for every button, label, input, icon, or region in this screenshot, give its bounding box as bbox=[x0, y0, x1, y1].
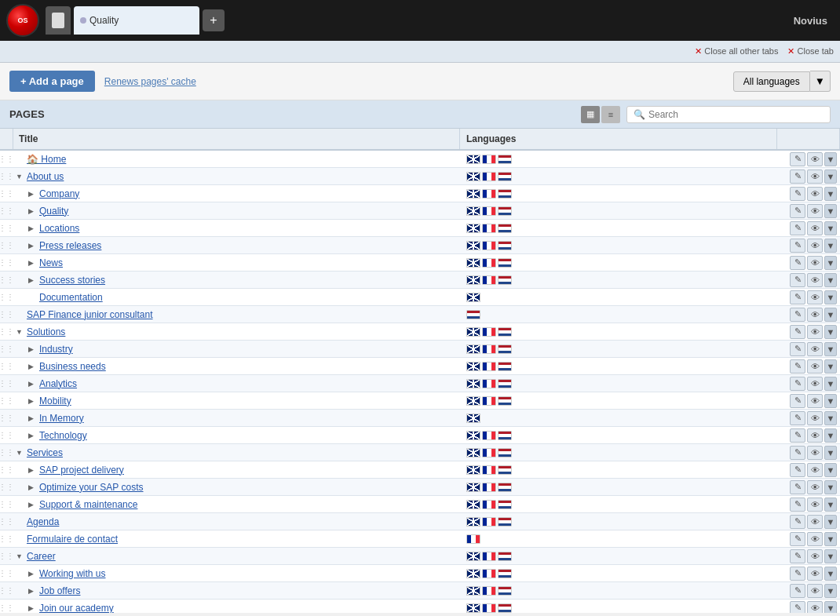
row-dropdown-button[interactable]: ▼ bbox=[824, 152, 837, 166]
grid-view-icon[interactable]: ▦ bbox=[581, 106, 600, 123]
drag-handle[interactable]: ⋮⋮ bbox=[0, 481, 13, 493]
drag-handle[interactable]: ⋮⋮ bbox=[0, 308, 13, 320]
edit-button[interactable]: ✎ bbox=[790, 377, 805, 391]
row-dropdown-button[interactable]: ▼ bbox=[824, 273, 837, 287]
tree-arrow[interactable]: ▶ bbox=[28, 466, 38, 474]
row-dropdown-button[interactable]: ▼ bbox=[824, 549, 837, 563]
row-dropdown-button[interactable]: ▼ bbox=[824, 480, 837, 494]
page-link[interactable]: Industry bbox=[39, 344, 73, 355]
tree-arrow[interactable]: ▶ bbox=[28, 345, 38, 353]
view-button[interactable]: 👁 bbox=[807, 152, 823, 166]
edit-button[interactable]: ✎ bbox=[790, 342, 805, 356]
drag-handle[interactable]: ⋮⋮ bbox=[0, 533, 13, 545]
view-button[interactable]: 👁 bbox=[807, 394, 823, 408]
page-link[interactable]: Working with us bbox=[39, 568, 105, 579]
view-button[interactable]: 👁 bbox=[807, 584, 823, 598]
edit-button[interactable]: ✎ bbox=[790, 446, 805, 460]
view-button[interactable]: 👁 bbox=[807, 498, 823, 512]
page-link[interactable]: Press releases bbox=[39, 240, 101, 251]
edit-button[interactable]: ✎ bbox=[790, 549, 805, 563]
row-dropdown-button[interactable]: ▼ bbox=[824, 411, 837, 425]
page-link[interactable]: In Memory bbox=[39, 413, 84, 424]
page-link[interactable]: Locations bbox=[39, 223, 79, 234]
tree-arrow[interactable]: ▶ bbox=[28, 380, 38, 388]
tree-arrow[interactable]: ▶ bbox=[28, 190, 38, 198]
row-dropdown-button[interactable]: ▼ bbox=[824, 342, 837, 356]
tree-arrow[interactable]: ▼ bbox=[16, 449, 25, 457]
edit-button[interactable]: ✎ bbox=[790, 308, 805, 322]
view-button[interactable]: 👁 bbox=[807, 359, 823, 374]
tree-arrow[interactable]: ▶ bbox=[28, 363, 38, 370]
tree-arrow[interactable]: ▶ bbox=[28, 397, 38, 405]
edit-button[interactable]: ✎ bbox=[790, 601, 805, 614]
drag-handle[interactable]: ⋮⋮ bbox=[0, 550, 13, 562]
page-link[interactable]: Services bbox=[27, 447, 63, 458]
row-dropdown-button[interactable]: ▼ bbox=[824, 204, 837, 218]
page-link[interactable]: Agenda bbox=[27, 516, 59, 527]
page-link[interactable]: SAP Finance junior consultant bbox=[27, 309, 153, 320]
page-link[interactable]: About us bbox=[27, 171, 64, 182]
page-link[interactable]: News bbox=[39, 257, 63, 268]
row-dropdown-button[interactable]: ▼ bbox=[824, 584, 837, 598]
page-link[interactable]: Mobility bbox=[39, 395, 71, 406]
page-link[interactable]: Business needs bbox=[39, 361, 106, 372]
tree-arrow[interactable]: ▶ bbox=[28, 259, 38, 267]
drag-handle[interactable]: ⋮⋮ bbox=[0, 274, 13, 286]
view-button[interactable]: 👁 bbox=[807, 377, 823, 391]
edit-button[interactable]: ✎ bbox=[790, 498, 805, 512]
page-link[interactable]: Join our academy bbox=[39, 603, 114, 614]
tree-arrow[interactable]: ▶ bbox=[28, 224, 38, 232]
edit-button[interactable]: ✎ bbox=[790, 256, 805, 270]
edit-button[interactable]: ✎ bbox=[790, 221, 805, 235]
page-link[interactable]: Success stories bbox=[39, 275, 105, 286]
row-dropdown-button[interactable]: ▼ bbox=[824, 169, 837, 184]
drag-handle[interactable]: ⋮⋮ bbox=[0, 205, 13, 217]
drag-handle[interactable]: ⋮⋮ bbox=[0, 170, 13, 182]
drag-handle[interactable]: ⋮⋮ bbox=[0, 464, 13, 476]
row-dropdown-button[interactable]: ▼ bbox=[824, 377, 837, 391]
tree-arrow[interactable]: ▼ bbox=[16, 552, 25, 560]
row-dropdown-button[interactable]: ▼ bbox=[824, 428, 837, 443]
view-button[interactable]: 👁 bbox=[807, 325, 823, 339]
blank-tab[interactable] bbox=[46, 6, 71, 35]
page-link[interactable]: Formulaire de contact bbox=[27, 534, 118, 545]
view-button[interactable]: 👁 bbox=[807, 567, 823, 581]
row-dropdown-button[interactable]: ▼ bbox=[824, 239, 837, 253]
edit-button[interactable]: ✎ bbox=[790, 532, 805, 546]
row-dropdown-button[interactable]: ▼ bbox=[824, 515, 837, 529]
view-button[interactable]: 👁 bbox=[807, 187, 823, 201]
page-link[interactable]: Career bbox=[27, 551, 56, 562]
drag-handle[interactable]: ⋮⋮ bbox=[0, 257, 13, 268]
page-link[interactable]: Optimize your SAP costs bbox=[39, 482, 144, 493]
edit-button[interactable]: ✎ bbox=[790, 152, 805, 166]
page-link[interactable]: 🏠 Home bbox=[27, 154, 66, 165]
page-link[interactable]: Company bbox=[39, 188, 79, 199]
tree-arrow[interactable]: ▶ bbox=[28, 483, 38, 491]
tree-arrow[interactable]: ▶ bbox=[28, 207, 38, 215]
view-button[interactable]: 👁 bbox=[807, 601, 823, 614]
drag-handle[interactable]: ⋮⋮ bbox=[0, 567, 13, 579]
edit-button[interactable]: ✎ bbox=[790, 204, 805, 218]
view-button[interactable]: 👁 bbox=[807, 342, 823, 356]
renew-cache-link[interactable]: Renews pages' cache bbox=[104, 76, 196, 87]
row-dropdown-button[interactable]: ▼ bbox=[824, 463, 837, 477]
view-button[interactable]: 👁 bbox=[807, 239, 823, 253]
page-link[interactable]: Job offers bbox=[39, 585, 80, 596]
row-dropdown-button[interactable]: ▼ bbox=[824, 498, 837, 512]
active-tab[interactable]: Quality bbox=[74, 6, 199, 35]
row-dropdown-button[interactable]: ▼ bbox=[824, 256, 837, 270]
edit-button[interactable]: ✎ bbox=[790, 567, 805, 581]
page-link[interactable]: Support & maintenance bbox=[39, 499, 137, 510]
edit-button[interactable]: ✎ bbox=[790, 411, 805, 425]
tree-arrow[interactable]: ▶ bbox=[28, 414, 38, 422]
search-input[interactable] bbox=[648, 109, 824, 120]
edit-button[interactable]: ✎ bbox=[790, 428, 805, 443]
tree-arrow[interactable]: ▶ bbox=[28, 501, 38, 508]
edit-button[interactable]: ✎ bbox=[790, 273, 805, 287]
drag-handle[interactable]: ⋮⋮ bbox=[0, 377, 13, 389]
view-button[interactable]: 👁 bbox=[807, 411, 823, 425]
add-tab-button[interactable]: + bbox=[203, 9, 225, 31]
all-languages-button[interactable]: All languages bbox=[733, 71, 810, 92]
row-dropdown-button[interactable]: ▼ bbox=[824, 446, 837, 460]
edit-button[interactable]: ✎ bbox=[790, 169, 805, 184]
